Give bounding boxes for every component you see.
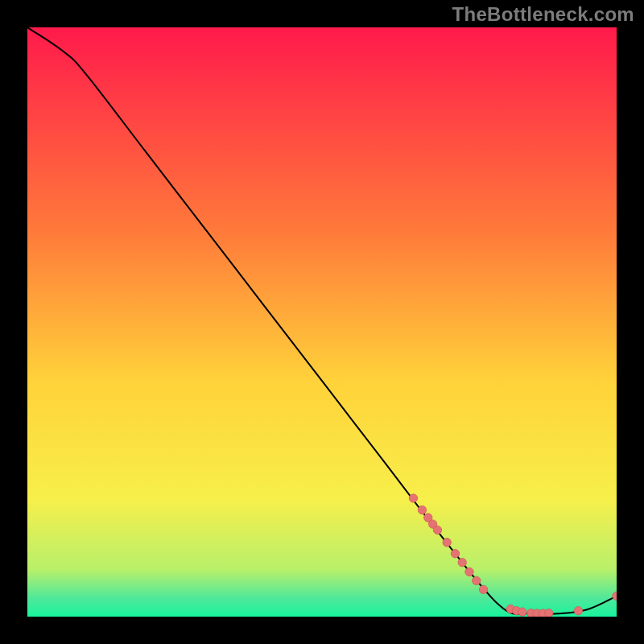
curve-marker xyxy=(451,549,459,557)
curve-marker xyxy=(433,526,441,534)
curve-marker xyxy=(518,608,526,616)
gradient-background xyxy=(27,27,617,617)
curve-marker xyxy=(418,506,426,514)
watermark-text: TheBottleneck.com xyxy=(452,3,634,26)
curve-marker xyxy=(409,494,417,502)
curve-marker xyxy=(479,585,487,593)
plot-svg xyxy=(27,27,617,617)
curve-marker xyxy=(473,576,481,584)
curve-marker xyxy=(545,609,553,617)
curve-marker xyxy=(443,539,451,547)
chart-stage: TheBottleneck.com xyxy=(0,0,644,644)
curve-marker xyxy=(465,568,473,576)
plot-area xyxy=(27,27,617,617)
curve-marker xyxy=(574,606,582,614)
curve-marker xyxy=(458,558,466,566)
